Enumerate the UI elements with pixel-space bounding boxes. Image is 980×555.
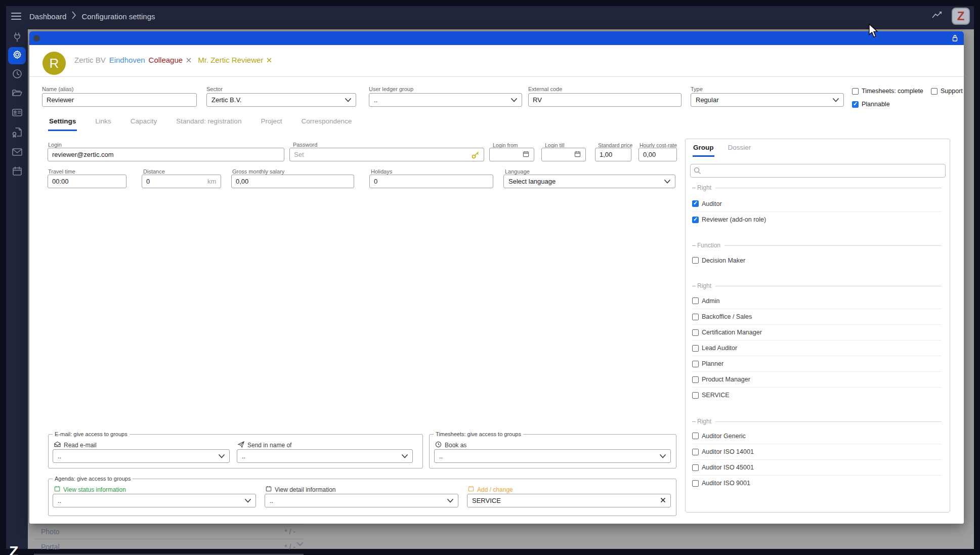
entity-company[interactable]: Zertic BV	[74, 56, 106, 64]
checkbox[interactable]	[692, 329, 699, 336]
read-email-select[interactable]: ..	[53, 449, 230, 463]
checkbox[interactable]	[852, 88, 859, 95]
send-in-name-of-select[interactable]: ..	[237, 449, 413, 463]
checkbox[interactable]	[692, 200, 699, 207]
login-till-date[interactable]	[541, 148, 586, 161]
sector-label: Sector	[206, 86, 223, 92]
menu-icon[interactable]	[11, 13, 21, 20]
group-item-lead-auditor[interactable]: Lead Auditor	[692, 340, 942, 356]
view-status-label: View status information	[54, 486, 126, 493]
language-select[interactable]: Select language	[503, 175, 675, 188]
lock-icon[interactable]	[952, 34, 958, 44]
tab-correspondence[interactable]: Correspondence	[300, 117, 353, 131]
checkbox[interactable]	[692, 314, 699, 320]
group-item-auditor[interactable]: Auditor	[692, 196, 942, 211]
tab-dossier[interactable]: Dossier	[728, 144, 752, 157]
group-item-auditor-iso-9001[interactable]: Auditor ISO 9001	[692, 475, 942, 491]
group-item-auditor-iso-14001[interactable]: Auditor ISO 14001	[692, 444, 942, 459]
calendar-icon[interactable]	[523, 151, 529, 159]
add-change-input[interactable]: SERVICE	[467, 494, 671, 507]
calendar-icon[interactable]	[574, 151, 581, 159]
dialog-title-bar[interactable]	[29, 31, 964, 45]
type-label: Type	[691, 86, 703, 92]
group-item-certification-manager[interactable]: Certification Manager	[692, 324, 942, 340]
sidebar-item-certificates[interactable]	[11, 127, 23, 139]
password-input[interactable]	[289, 148, 484, 161]
gear-icon	[12, 49, 23, 62]
item-label: Lead Auditor	[702, 345, 737, 352]
holidays-input[interactable]	[369, 175, 493, 188]
checkbox[interactable]	[692, 217, 699, 223]
checkbox[interactable]	[692, 392, 699, 399]
tab-group[interactable]: Group	[693, 144, 714, 157]
sidebar-item-integrations[interactable]	[11, 32, 23, 45]
tab-links[interactable]: Links	[94, 117, 112, 131]
tab-standard-registration[interactable]: Standard: registration	[175, 117, 242, 131]
checkbox[interactable]	[692, 361, 699, 367]
group-item-admin[interactable]: Admin	[692, 293, 942, 309]
titlebar-indicator[interactable]	[33, 35, 40, 41]
checkbox[interactable]	[692, 345, 699, 352]
entity-category[interactable]: Colleague	[149, 56, 183, 64]
sidebar-item-time[interactable]	[11, 69, 23, 81]
login-input[interactable]	[48, 148, 284, 161]
checkbox[interactable]	[692, 257, 699, 264]
external-code-label: External code	[528, 86, 562, 92]
checkbox[interactable]	[692, 464, 699, 471]
group-item-planner[interactable]: Planner	[692, 356, 942, 371]
ledger-value: ..	[374, 96, 377, 104]
checkbox[interactable]	[692, 480, 699, 487]
name-input[interactable]	[42, 93, 197, 107]
tab-project[interactable]: Project	[260, 117, 283, 131]
group-item-backoffice-sales[interactable]: Backoffice / Sales	[692, 309, 942, 324]
travel-time-input[interactable]	[48, 175, 126, 188]
login-from-date[interactable]	[489, 148, 534, 161]
item-label: Auditor	[702, 200, 722, 207]
tab-capacity[interactable]: Capacity	[130, 117, 158, 131]
clear-icon[interactable]	[660, 497, 666, 504]
group-item-decision-maker[interactable]: Decision Maker	[692, 252, 942, 268]
tab-settings[interactable]: Settings	[48, 117, 77, 131]
entity-site[interactable]: Eindhoven	[109, 56, 145, 64]
sidebar-item-contacts[interactable]	[11, 107, 23, 119]
plannable-checkbox[interactable]: Plannable	[852, 101, 890, 108]
group-item-product-manager[interactable]: Product Manager	[692, 371, 942, 387]
zertic-logo[interactable]: Z	[952, 8, 970, 25]
checkbox[interactable]	[931, 88, 938, 95]
checkbox[interactable]	[852, 101, 859, 108]
close-icon[interactable]	[267, 56, 272, 64]
close-icon[interactable]	[186, 56, 191, 64]
hourly-cost-rate-input[interactable]	[638, 148, 677, 161]
group-search-input[interactable]	[690, 164, 946, 178]
type-select[interactable]: Regular	[691, 93, 844, 107]
password-label: Password	[293, 142, 317, 148]
external-code-input[interactable]	[528, 93, 681, 107]
breadcrumb-dashboard[interactable]: Dashboard	[29, 12, 66, 21]
sidebar-item-agenda[interactable]	[11, 166, 23, 178]
sidebar-item-settings[interactable]	[8, 47, 26, 64]
entity-person[interactable]: Mr. Zertic Reviewer	[198, 56, 263, 64]
group-item-auditor-iso-45001[interactable]: Auditor ISO 45001	[692, 459, 942, 475]
book-as-select[interactable]: ..	[434, 449, 671, 463]
view-status-select[interactable]: ..	[53, 494, 256, 507]
group-item-reviewer[interactable]: Reviewer (add-on role)	[692, 211, 942, 227]
checkbox[interactable]	[692, 449, 699, 455]
support-checkbox[interactable]: Support	[931, 88, 963, 95]
group-item-auditor-generic[interactable]: Auditor Generic	[692, 428, 942, 444]
view-detail-select[interactable]: ..	[265, 494, 458, 507]
chevron-down-icon	[833, 96, 839, 104]
sector-select[interactable]: Zertic B.V.	[206, 93, 356, 107]
sidebar-item-mail[interactable]	[11, 147, 23, 159]
checkbox[interactable]	[692, 376, 699, 383]
salary-input[interactable]	[231, 175, 354, 188]
distance-input[interactable]	[142, 175, 221, 188]
chart-icon[interactable]	[931, 10, 944, 22]
sidebar-item-files[interactable]	[11, 88, 23, 100]
checkbox[interactable]	[692, 433, 699, 439]
checkbox[interactable]	[692, 297, 699, 304]
calendar-icon	[266, 486, 272, 493]
timesheets-complete-checkbox[interactable]: Timesheets: complete	[852, 88, 923, 95]
group-item-service[interactable]: SERVICE	[692, 387, 942, 403]
standard-price-input[interactable]	[595, 148, 631, 161]
ledger-select[interactable]: ..	[369, 93, 522, 107]
